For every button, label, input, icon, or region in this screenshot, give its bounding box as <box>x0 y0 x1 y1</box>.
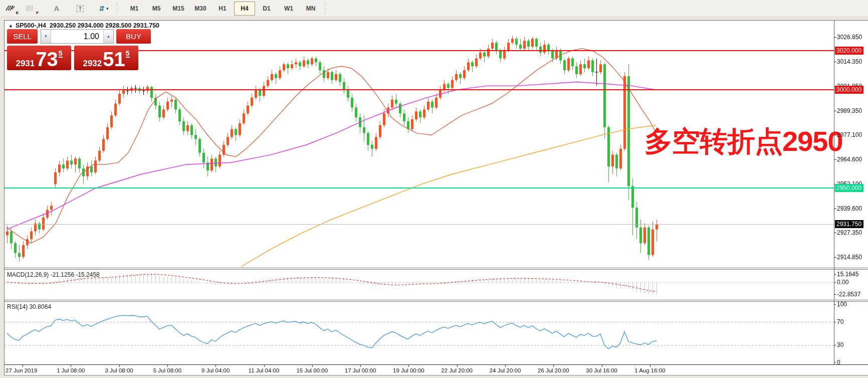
time-tick-label: 19 Jul 00:00 <box>393 367 424 373</box>
time-tick-label: 1 Jul 08:00 <box>57 367 85 373</box>
time-tick-label: 30 Jul 16:00 <box>586 367 617 373</box>
timeframe-M5[interactable]: M5 <box>146 2 167 16</box>
price-level-badge: 2931.750 <box>835 220 863 228</box>
chart-text-annotation[interactable]: 多空转折点2950 <box>644 127 843 155</box>
time-tick-label: 27 Jun 2019 <box>6 367 37 373</box>
ohlc-high: 2934.000 <box>78 22 104 29</box>
ohlc-low: 2928.500 <box>105 22 131 29</box>
timeframe-H1[interactable]: H1 <box>212 2 233 16</box>
chart-window: ▲SP500-,H4 2930.250 2934.000 2928.500 29… <box>4 20 868 375</box>
ohlc-open: 2930.250 <box>50 22 76 29</box>
price-tick-label: 3026.850 <box>837 34 862 41</box>
text-icon: T <box>77 5 84 12</box>
toolbar: E F A T ⇵ ▾ M1M5M15M30H1H4D1W1MN <box>0 0 868 17</box>
toolbar-separator <box>117 3 120 15</box>
sell-button[interactable]: SELL <box>7 29 38 45</box>
price-tick-label: 2939.600 <box>837 205 862 212</box>
volume-decrease-button[interactable]: ▼ <box>41 29 51 44</box>
sell-price-fraction: 5 <box>59 50 63 58</box>
volume-input[interactable] <box>51 29 103 44</box>
toolbar-separator <box>325 3 328 15</box>
buy-price-box[interactable]: 2932 51 5 <box>74 46 138 70</box>
price-tick-label: 2977.100 <box>837 131 862 138</box>
time-tick-label: 15 Jul 00:00 <box>296 367 328 373</box>
timeframe-H4[interactable]: H4 <box>234 2 255 16</box>
time-tick-label: 22 Jul 20:00 <box>441 367 473 373</box>
volume-control: ▼ ▲ <box>41 29 114 45</box>
buy-price-prefix: 2932 <box>83 58 102 69</box>
rsi-tick-label: 30 <box>837 341 843 348</box>
time-tick-label: 17 Jul 00:00 <box>345 367 376 373</box>
timeframe-MN[interactable]: MN <box>300 2 321 16</box>
macd-tick-label: 15.1645 <box>837 271 858 278</box>
symbol-ohlc-header: ▲SP500-,H4 2930.250 2934.000 2928.500 29… <box>9 22 159 29</box>
timeframe-bar: M1M5M15M30H1H4D1W1MN <box>123 2 322 16</box>
price-tick-label: 2989.350 <box>837 107 862 114</box>
time-tick-label: 11 Jul 04:00 <box>249 367 280 373</box>
macd-tick-label: 0.00 <box>837 279 848 286</box>
symbol-tree-arrow-icon: ▲ <box>9 23 13 28</box>
terminal-window: E F A T ⇵ ▾ M1M5M15M30H1H4D1W1MN ▲SP500-… <box>0 0 868 378</box>
buy-button[interactable]: BUY <box>116 29 151 45</box>
volume-increase-button[interactable]: ▲ <box>103 29 114 44</box>
main-chart-canvas[interactable] <box>5 21 868 375</box>
arrows-icon: ⇵ <box>99 5 105 13</box>
price-tick-label: 2964.600 <box>837 156 862 163</box>
subscript-e: E <box>16 11 19 15</box>
price-level-badge: 3000.000 <box>835 86 863 94</box>
price-level-badge: 2950.000 <box>835 184 863 192</box>
rsi-indicator-label: RSI(14) 30.8064 <box>7 303 51 310</box>
timeframe-D1[interactable]: D1 <box>256 2 277 16</box>
cursor-button[interactable]: A <box>47 2 66 16</box>
time-tick-label: 9 Jul 04:00 <box>201 367 230 373</box>
grid-setup-button[interactable]: F <box>21 2 40 16</box>
rsi-tick-label: 0 <box>837 359 840 366</box>
time-tick-label: 1 Aug 16:00 <box>634 367 665 373</box>
sell-price-big: 73 <box>36 50 58 69</box>
one-click-trading-panel: SELL ▼ ▲ BUY 2931 73 5 2932 51 5 <box>7 29 153 70</box>
time-tick-label: 26 Jul 20:00 <box>538 367 569 373</box>
time-tick-label: 24 Jul 20:00 <box>490 367 521 373</box>
trade-panel-top-row: SELL ▼ ▲ BUY <box>7 29 153 45</box>
time-tick-label: 3 Jul 08:00 <box>105 367 133 373</box>
timeframe-W1[interactable]: W1 <box>278 2 299 16</box>
subscript-f: F <box>36 11 39 15</box>
buy-price-fraction: 5 <box>126 50 130 58</box>
price-tick-label: 2927.350 <box>837 229 862 236</box>
chart-pencil-icon <box>5 4 15 13</box>
arrange-arrows-button[interactable]: ⇵ ▾ <box>94 2 113 16</box>
rsi-tick-label: 70 <box>837 318 843 325</box>
expert-advisors-button[interactable]: E <box>1 2 20 16</box>
rsi-tick-label: 100 <box>837 301 847 308</box>
grid-icon <box>26 5 35 13</box>
timeframe-M1[interactable]: M1 <box>124 2 145 16</box>
price-tick-label: 3014.350 <box>837 58 862 65</box>
macd-indicator-label: MACD(12,26,9) -21.1256 -15.2458 <box>7 271 100 278</box>
ohlc-close: 2931.750 <box>133 22 159 29</box>
sell-price-prefix: 2931 <box>16 58 35 69</box>
symbol-name: SP500-,H4 <box>16 22 46 29</box>
timeframe-M30[interactable]: M30 <box>190 2 211 16</box>
macd-tick-label: -22.8537 <box>837 291 860 298</box>
chevron-down-icon: ▾ <box>106 6 109 11</box>
text-label-button[interactable]: T <box>71 2 90 16</box>
price-tick-label: 2914.850 <box>837 254 862 261</box>
buy-price-big: 51 <box>103 50 125 69</box>
trade-panel-price-row: 2931 73 5 2932 51 5 <box>7 46 153 70</box>
sell-price-box[interactable]: 2931 73 5 <box>7 46 71 70</box>
timeframe-M15[interactable]: M15 <box>168 2 189 16</box>
price-level-badge: 3020.000 <box>835 47 863 55</box>
time-tick-label: 5 Jul 08:00 <box>153 367 181 373</box>
